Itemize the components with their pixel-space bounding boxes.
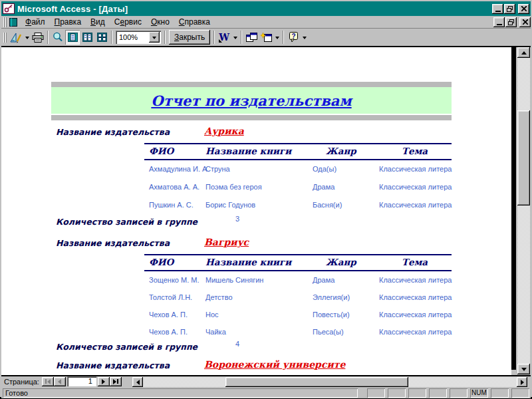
menu-item-Окно[interactable]: Окно <box>146 17 174 27</box>
scroll-right-button[interactable] <box>517 377 527 387</box>
page-number-input[interactable]: 1 <box>67 376 96 386</box>
close-button[interactable] <box>518 4 529 14</box>
table-cell: Пьеса(ы) <box>313 323 344 340</box>
svg-text:?: ? <box>291 33 295 40</box>
design-view-icon <box>10 32 22 43</box>
table-cell: Толстой Л.Н. <box>149 289 192 306</box>
arrow-down-icon <box>521 368 527 374</box>
table-cell: Классическая литера <box>379 196 452 214</box>
menu-item-Сервис[interactable]: Сервис <box>110 17 146 27</box>
doc-restore-button[interactable] <box>505 17 517 27</box>
close-icon <box>521 6 527 11</box>
officelinks-word-button[interactable]: W <box>217 30 231 45</box>
table-cell: Ахмадулина И. А. <box>149 160 209 178</box>
report-book-icon[interactable] <box>9 18 17 27</box>
minimize-button[interactable] <box>492 4 503 14</box>
menubar-grip[interactable] <box>3 17 7 27</box>
table-row: Ахмадулина И. А.СтрунаОда(ы)Классическая… <box>1 160 511 178</box>
report-page[interactable]: Отчет по издательствам Название издатель… <box>1 47 511 375</box>
doc-minimize-button[interactable] <box>493 17 505 27</box>
menu-items: ФайлПравкаВидСервисОкноСправка <box>21 17 215 27</box>
design-view-button[interactable] <box>9 30 23 45</box>
help-icon: ? <box>289 32 299 43</box>
report-group: Название издательстваВагриусФИОНазвание … <box>1 238 511 354</box>
restore-button[interactable] <box>504 4 515 14</box>
table-header-row: ФИОНазвание книгиЖанрТема <box>1 144 511 159</box>
report-header-bar-bottom <box>51 115 452 120</box>
group-name-value: Вагриус <box>204 237 249 247</box>
toolbar-grip[interactable] <box>3 33 7 43</box>
restore-icon <box>507 6 513 12</box>
statusbar-panel <box>408 388 426 398</box>
table-cell: Классическая литера <box>379 271 452 289</box>
table-cell: Зощенко М. М. <box>149 271 200 289</box>
menu-item-Справка[interactable]: Справка <box>174 17 215 27</box>
vertical-scrollbar[interactable] <box>517 47 530 374</box>
design-view-dropdown-button[interactable] <box>23 30 31 45</box>
column-header: Название книги <box>205 146 291 156</box>
table-cell: Повесть(и) <box>313 306 350 323</box>
table-cell: Классическая литера <box>379 178 452 196</box>
prev-page-button[interactable] <box>54 377 66 386</box>
menu-item-Правка[interactable]: Правка <box>50 17 86 27</box>
column-header: Тема <box>402 146 428 156</box>
horizontal-scroll-thumb[interactable] <box>225 377 408 387</box>
column-header: Жанр <box>326 257 356 267</box>
toolbar-separator <box>283 31 284 44</box>
scroll-up-button[interactable] <box>517 47 530 58</box>
chevron-down-icon <box>152 37 156 41</box>
officelinks-dropdown-button[interactable] <box>231 30 239 45</box>
group-header-row: Название издательстваАурика <box>1 127 511 139</box>
page-label: Страница: <box>4 378 39 386</box>
arrow-left-icon <box>55 379 61 384</box>
last-page-button[interactable] <box>110 377 122 386</box>
status-text: Готово <box>3 388 358 398</box>
report-group: Название издательстваВоронежский универс… <box>1 360 511 372</box>
menu-item-Файл[interactable]: Файл <box>21 17 50 27</box>
print-preview-toolbar: 100% Закрыть W <box>1 29 531 47</box>
database-window-button[interactable] <box>244 30 259 45</box>
scroll-left-button[interactable] <box>132 377 143 387</box>
table-cell: Басня(и) <box>313 196 342 214</box>
new-object-button[interactable] <box>259 30 273 45</box>
multiple-pages-button[interactable] <box>94 30 109 45</box>
next-page-button[interactable] <box>98 377 110 386</box>
two-pages-button[interactable] <box>80 30 94 45</box>
toolbar-separator <box>241 31 242 44</box>
column-header: ФИО <box>149 146 174 156</box>
first-page-button[interactable] <box>42 377 54 386</box>
table-row: Ахматова А. А.Поэма без герояДрамаКласси… <box>1 178 511 196</box>
vertical-scroll-thumb[interactable] <box>517 110 530 205</box>
horizontal-scrollbar[interactable] <box>132 377 527 387</box>
menu-item-Вид[interactable]: Вид <box>86 17 110 27</box>
statusbar-panel <box>450 388 467 398</box>
one-page-button[interactable] <box>65 30 80 45</box>
column-header: Название книги <box>205 257 291 267</box>
new-object-dropdown-button[interactable] <box>273 30 281 45</box>
arrow-right-icon <box>102 379 108 384</box>
last-page-icon <box>117 379 118 384</box>
zoom-button[interactable] <box>51 30 65 45</box>
corner-triangle-icon <box>219 39 222 43</box>
column-header: Тема <box>402 257 428 267</box>
help-button[interactable]: ? <box>286 30 301 45</box>
zoom-combobox[interactable]: 100% <box>116 31 161 44</box>
statusbar-panel <box>367 388 385 398</box>
arrow-right-icon <box>521 380 527 385</box>
minimize-icon <box>497 24 502 25</box>
statusbar-panel <box>429 388 447 398</box>
zoom-dropdown-button[interactable] <box>149 32 160 43</box>
statusbar-num-indicator: NUM <box>470 388 488 398</box>
zoom-magnifier-icon <box>53 32 63 43</box>
menubar: ФайлПравкаВидСервисОкноСправка <box>1 16 531 29</box>
access-key-icon[interactable] <box>3 3 15 14</box>
close-preview-button[interactable]: Закрыть <box>169 30 210 45</box>
table-cell: Классическая литера <box>379 160 452 178</box>
doc-close-button[interactable] <box>519 17 531 27</box>
restore-icon <box>508 19 514 25</box>
print-button[interactable] <box>31 30 45 45</box>
table-row: Чехов А. П.ЧайкаПьеса(ы)Классическая лит… <box>1 323 511 340</box>
toolbar-separator <box>213 31 215 44</box>
scroll-down-button[interactable] <box>517 364 530 374</box>
help-dropdown-button[interactable] <box>301 30 308 45</box>
